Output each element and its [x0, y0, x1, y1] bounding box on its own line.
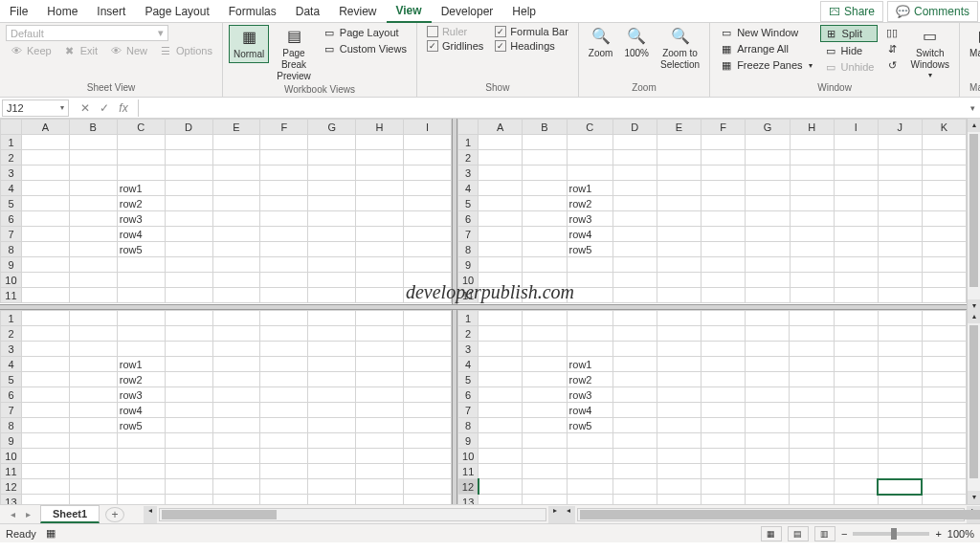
cell-E5[interactable]	[657, 196, 701, 211]
cell-E9[interactable]	[212, 433, 260, 449]
cell-B8[interactable]	[523, 418, 567, 433]
cell-H9[interactable]	[356, 433, 404, 449]
cell-G9[interactable]	[746, 257, 790, 273]
cell-B12[interactable]	[69, 479, 117, 495]
cell-J11[interactable]	[878, 288, 922, 303]
cell-J10[interactable]	[878, 273, 922, 288]
cell-D11[interactable]	[612, 288, 657, 303]
cell-K2[interactable]	[922, 326, 966, 342]
row-header-2[interactable]: 2	[1, 150, 22, 166]
cell-A3[interactable]	[479, 342, 523, 357]
cell-D4[interactable]	[612, 181, 657, 196]
cell-G5[interactable]	[308, 196, 356, 211]
cell-H5[interactable]	[356, 372, 404, 387]
cell-A3[interactable]	[21, 166, 69, 181]
cell-I8[interactable]	[404, 242, 452, 257]
cell-G1[interactable]	[308, 135, 356, 150]
cell-F6[interactable]	[260, 387, 308, 403]
cancel-formula-button[interactable]: ✕	[77, 99, 94, 117]
cell-H11[interactable]	[356, 464, 404, 479]
cell-H11[interactable]	[790, 464, 834, 479]
cell-F11[interactable]	[702, 288, 746, 303]
cell-H8[interactable]	[790, 242, 834, 257]
cell-F13[interactable]	[260, 495, 308, 505]
row-header-3[interactable]: 3	[1, 342, 22, 357]
cell-D8[interactable]	[165, 242, 212, 257]
cell-C2[interactable]	[567, 150, 612, 166]
cell-H13[interactable]	[356, 495, 404, 505]
cell-I10[interactable]	[834, 449, 878, 464]
cell-B7[interactable]	[69, 403, 117, 418]
cell-H4[interactable]	[356, 357, 404, 372]
cell-B5[interactable]	[523, 196, 567, 211]
cell-F2[interactable]	[260, 150, 308, 166]
row-header-9[interactable]: 9	[458, 433, 479, 449]
row-header-8[interactable]: 8	[1, 242, 22, 257]
custom-views-button[interactable]: ▭Custom Views	[319, 41, 411, 56]
cell-C6[interactable]: row3	[117, 387, 165, 403]
cell-K1[interactable]	[922, 311, 966, 326]
cell-B3[interactable]	[69, 166, 117, 181]
cell-E6[interactable]	[212, 387, 260, 403]
cell-H7[interactable]	[790, 403, 834, 418]
cell-E5[interactable]	[212, 196, 260, 211]
cell-C9[interactable]	[567, 433, 612, 449]
cell-G1[interactable]	[308, 311, 356, 326]
cell-G10[interactable]	[308, 273, 356, 288]
cell-B4[interactable]	[69, 181, 117, 196]
cell-B5[interactable]	[523, 372, 567, 387]
row-header-2[interactable]: 2	[1, 326, 22, 342]
cell-F7[interactable]	[702, 403, 746, 418]
zoom-button[interactable]: 🔍Zoom	[585, 25, 617, 61]
cell-K6[interactable]	[922, 387, 966, 403]
cell-G13[interactable]	[746, 495, 790, 505]
cell-A2[interactable]	[479, 150, 523, 166]
cell-C8[interactable]: row5	[117, 418, 165, 433]
cell-G2[interactable]	[308, 326, 356, 342]
cell-J2[interactable]	[878, 150, 922, 166]
cell-E1[interactable]	[212, 135, 260, 150]
cell-A2[interactable]	[21, 326, 69, 342]
cell-B11[interactable]	[523, 288, 567, 303]
cell-H8[interactable]	[356, 242, 404, 257]
cell-H3[interactable]	[790, 342, 834, 357]
cell-A10[interactable]	[21, 273, 69, 288]
cell-D7[interactable]	[165, 403, 212, 418]
cell-G12[interactable]	[308, 479, 356, 495]
zoom-out-button[interactable]: −	[841, 528, 847, 540]
cell-A9[interactable]	[479, 257, 523, 273]
cell-E2[interactable]	[657, 150, 701, 166]
cell-E9[interactable]	[657, 257, 701, 273]
horizontal-scrollbar-left[interactable]	[159, 508, 546, 521]
record-macro-icon[interactable]: ▦	[46, 527, 56, 540]
row-header-1[interactable]: 1	[1, 311, 22, 326]
row-header-1[interactable]: 1	[1, 135, 22, 150]
cell-C1[interactable]	[567, 135, 612, 150]
page-layout-status-button[interactable]: ▤	[788, 526, 809, 541]
cell-J1[interactable]	[878, 135, 922, 150]
cell-A6[interactable]	[479, 387, 523, 403]
options-button[interactable]: ☰Options	[155, 43, 216, 58]
cell-C9[interactable]	[117, 257, 165, 273]
cell-A13[interactable]	[479, 495, 523, 505]
cell-G9[interactable]	[308, 257, 356, 273]
column-header-H[interactable]: H	[356, 120, 404, 135]
cell-J5[interactable]	[878, 372, 922, 387]
cell-A5[interactable]	[479, 372, 523, 387]
cell-I5[interactable]	[404, 196, 452, 211]
cell-H3[interactable]	[790, 166, 834, 181]
cell-F7[interactable]	[702, 227, 746, 242]
row-header-11[interactable]: 11	[1, 464, 22, 479]
cell-E11[interactable]	[212, 288, 260, 303]
cell-E11[interactable]	[212, 464, 260, 479]
cell-C3[interactable]	[117, 342, 165, 357]
cell-E4[interactable]	[657, 181, 701, 196]
cell-E7[interactable]	[657, 227, 701, 242]
row-header-3[interactable]: 3	[458, 166, 479, 181]
cell-G6[interactable]	[746, 211, 790, 227]
cell-D10[interactable]	[612, 449, 657, 464]
column-header-I[interactable]: I	[404, 120, 452, 135]
cell-F4[interactable]	[702, 181, 746, 196]
cell-E10[interactable]	[212, 273, 260, 288]
cell-E8[interactable]	[657, 418, 701, 433]
